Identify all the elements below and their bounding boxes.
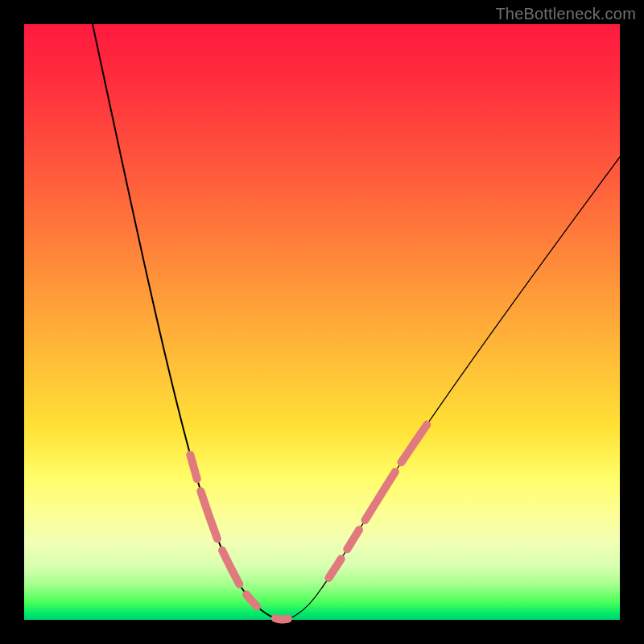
salmon-dash — [200, 491, 217, 539]
salmon-dash — [365, 472, 395, 520]
left-curve — [93, 24, 275, 618]
watermark-text: TheBottleneck.com — [495, 5, 636, 23]
salmon-dash — [190, 455, 196, 479]
salmon-dash — [284, 619, 288, 620]
salmon-dash — [222, 551, 239, 584]
salmon-dash — [347, 530, 359, 549]
right-curve — [290, 157, 620, 618]
salmon-dashes — [190, 424, 427, 619]
chart-frame: TheBottleneck.com — [0, 0, 644, 644]
salmon-dash — [328, 559, 341, 578]
curves-svg — [24, 24, 620, 620]
plot-area — [24, 24, 620, 620]
salmon-dash — [246, 595, 257, 607]
salmon-dash — [402, 424, 427, 462]
